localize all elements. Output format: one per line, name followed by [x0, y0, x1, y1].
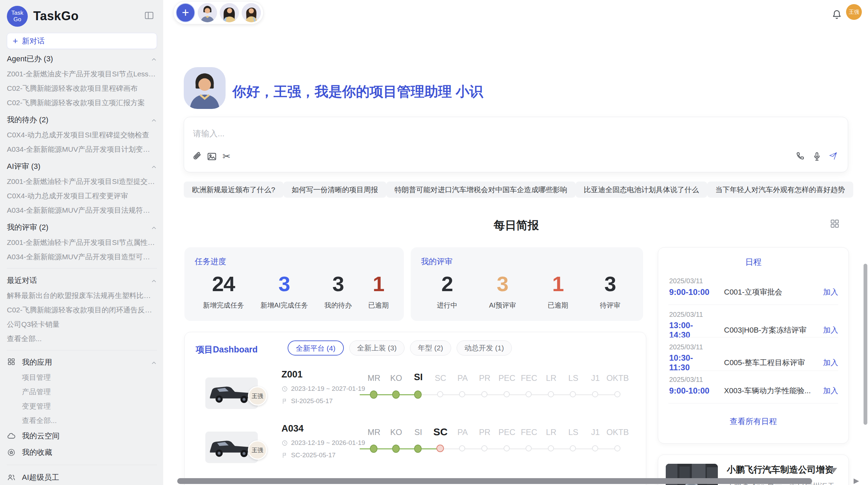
sidebar-link[interactable]: 我的收藏	[7, 444, 157, 461]
logo-text-top: Task	[11, 10, 23, 16]
milestone-dot-FEC[interactable]	[526, 445, 532, 451]
app-sub-item[interactable]: 产品管理	[7, 385, 157, 399]
milestone-dot-LS[interactable]	[570, 391, 576, 397]
dashboard-tab[interactable]: 全新上装 (3)	[349, 340, 405, 356]
stat-column: 3待评审	[600, 272, 620, 310]
dashboard-tab[interactable]: 全新平台 (4)	[288, 340, 344, 356]
avatar[interactable]	[198, 3, 217, 22]
recent-conversation-item[interactable]: 查看全部...	[7, 332, 157, 346]
milestone-dot-SI[interactable]	[414, 445, 422, 453]
milestone-dot-SC[interactable]	[436, 445, 444, 452]
phone-call-icon[interactable]	[795, 151, 806, 162]
sidebar-section-header-3[interactable]: 我的评审 (2)	[7, 220, 157, 235]
join-meeting-link[interactable]: 加入	[823, 287, 838, 297]
sidebar-task-item[interactable]: C0X4-动力总成开发项目SI里程碑提交物检查	[7, 128, 157, 142]
sidebar-task-item[interactable]: A034-全新新能源MUV产品开发项目计划变更表编写	[7, 142, 157, 157]
recent-conversation-item[interactable]: C02-飞腾新能源轻客改款项目的闭环通告反馈情况	[7, 303, 157, 317]
suggestion-chip[interactable]: 当下年轻人对汽车外观有怎样的喜好趋势	[707, 182, 853, 198]
sidebar-section-header-1[interactable]: 我的待办 (2)	[7, 112, 157, 128]
milestone-dot-FEC[interactable]	[526, 391, 532, 397]
milestone-dot-MR[interactable]	[370, 445, 377, 453]
dashboard-tab[interactable]: 年型 (2)	[410, 340, 451, 356]
stat-value: 3	[261, 272, 308, 296]
milestone-dot-SI[interactable]	[414, 390, 422, 399]
sidebar-task-item[interactable]: A034-全新新能源MUV产品开发项目法规符合性评审	[7, 203, 157, 217]
image-upload-icon[interactable]	[207, 151, 217, 162]
sidebar-collapse-icon[interactable]	[144, 10, 154, 21]
suggestion-chip[interactable]: 欧洲新规最近颁布了什么?	[184, 182, 284, 198]
app-sub-item[interactable]: 变更管理	[7, 399, 157, 413]
scroll-right-arrow[interactable]	[854, 478, 859, 484]
stat-label: 新增AI完成任务	[261, 301, 308, 310]
daily-briefing-title: 每日简报	[184, 218, 848, 233]
milestone-dot-MR[interactable]	[370, 390, 377, 399]
sidebar-tool-link[interactable]: AI超级员工	[7, 469, 157, 485]
sidebar-task-item[interactable]: Z001-全新燃油轻卡产品开发项目SI节点属性5D文件评审	[7, 235, 157, 250]
chat-input-card[interactable]: 请输入... ✂	[184, 117, 848, 172]
send-icon[interactable]	[828, 151, 838, 161]
add-session-button[interactable]: +	[176, 3, 195, 22]
milestone-dot-J1[interactable]	[592, 391, 598, 397]
milestone-dot-PA[interactable]	[459, 391, 465, 397]
section-title: 最近对话	[7, 275, 37, 286]
milestone-dot-SC[interactable]	[437, 391, 443, 397]
stat-column: 3我的待办	[324, 272, 352, 310]
sidebar: Task Go TaskGo + 新对话 Agent已办 (3)Z001-全新燃…	[0, 0, 163, 485]
milestone-dot-KO[interactable]	[392, 390, 400, 399]
schedule-time: 9:00-10:00	[669, 386, 713, 396]
sidebar-task-item[interactable]: C02-飞腾新能源轻客改款项目里程碑画布	[7, 81, 157, 96]
app-sub-item[interactable]: 查看全部...	[7, 413, 157, 428]
milestone-dot-PEC[interactable]	[504, 391, 510, 397]
milestone-dot-LS[interactable]	[570, 445, 576, 451]
milestone-dot-PEC[interactable]	[504, 445, 510, 451]
sidebar-section-header-apps[interactable]: 我的应用	[7, 355, 157, 370]
milestone-dot-OKTB[interactable]	[614, 391, 620, 397]
stat-label: 已逾期	[368, 301, 389, 310]
horizontal-scrollbar-thumb[interactable]	[177, 478, 812, 484]
suggestion-chip[interactable]: 如何写一份清晰的项目周报	[284, 182, 386, 198]
project-name[interactable]: Z001	[281, 369, 303, 380]
avatar[interactable]	[220, 3, 239, 22]
recent-conversation-item[interactable]: 解释最新出台的欧盟报废车法规再生塑料比例被调至15%...	[7, 288, 157, 303]
app-sub-item[interactable]: 项目管理	[7, 370, 157, 385]
suggestion-chip[interactable]: 比亚迪全固态电池计划具体说了什么	[576, 182, 707, 198]
sidebar-task-item[interactable]: A034-全新新能源MUV产品开发项目造型可行性评审	[7, 250, 157, 264]
attachment-icon[interactable]	[192, 151, 202, 162]
user-avatar-badge[interactable]: 王强	[846, 4, 862, 20]
milestone-dot-PA[interactable]	[459, 445, 465, 451]
sidebar-task-item[interactable]: C0X4-动力总成开发项目工程变更评审	[7, 189, 157, 203]
join-meeting-link[interactable]: 加入	[823, 325, 838, 335]
sidebar-section-header-recent[interactable]: 最近对话	[7, 273, 157, 288]
milestone-dot-PR[interactable]	[481, 445, 487, 451]
scroll-down-indicator[interactable]	[830, 468, 837, 473]
join-meeting-link[interactable]: 加入	[823, 386, 838, 396]
divider	[7, 268, 157, 269]
project-name[interactable]: A034	[281, 423, 304, 434]
sidebar-section-header-0[interactable]: Agent已办 (3)	[7, 51, 157, 67]
milestone-dot-LR[interactable]	[548, 445, 554, 451]
microphone-icon[interactable]	[812, 151, 822, 162]
schedule-item: 2025/03/119:00-10:00X003-车辆动力学性能验...加入	[669, 376, 838, 396]
vertical-scrollbar-thumb[interactable]	[864, 264, 867, 425]
flag-icon	[281, 452, 288, 459]
recent-conversation-item[interactable]: 公司Q3轻卡销量	[7, 317, 157, 332]
scissors-icon[interactable]: ✂	[222, 151, 230, 162]
notification-bell-icon[interactable]	[831, 9, 843, 21]
avatar[interactable]	[242, 3, 261, 22]
milestone-dot-J1[interactable]	[592, 445, 598, 451]
dashboard-tab[interactable]: 动总开发 (1)	[457, 340, 512, 356]
sidebar-link[interactable]: 我的云空间	[7, 428, 157, 444]
sidebar-section-header-2[interactable]: AI评审 (3)	[7, 159, 157, 174]
layout-grid-icon[interactable]	[830, 219, 840, 229]
milestone-dot-PR[interactable]	[481, 391, 487, 397]
milestone-dot-OKTB[interactable]	[614, 445, 620, 451]
new-chat-button[interactable]: + 新对话	[7, 33, 157, 49]
sidebar-task-item[interactable]: C02-飞腾新能源轻客改款项目立项汇报方案	[7, 96, 157, 110]
sidebar-task-item[interactable]: Z001-全新燃油皮卡产品开发项目SI节点Lesson Learn报告	[7, 67, 157, 81]
milestone-dot-KO[interactable]	[392, 445, 400, 453]
milestone-dot-LR[interactable]	[548, 391, 554, 397]
join-meeting-link[interactable]: 加入	[823, 358, 838, 368]
suggestion-chip[interactable]: 特朗普可能对进口汽车增税会对中国车企造成哪些影响	[386, 182, 576, 198]
view-all-schedule-link[interactable]: 查看所有日程	[658, 416, 848, 427]
sidebar-task-item[interactable]: Z001-全新燃油轻卡产品开发项目SI造型提交物评审	[7, 174, 157, 189]
